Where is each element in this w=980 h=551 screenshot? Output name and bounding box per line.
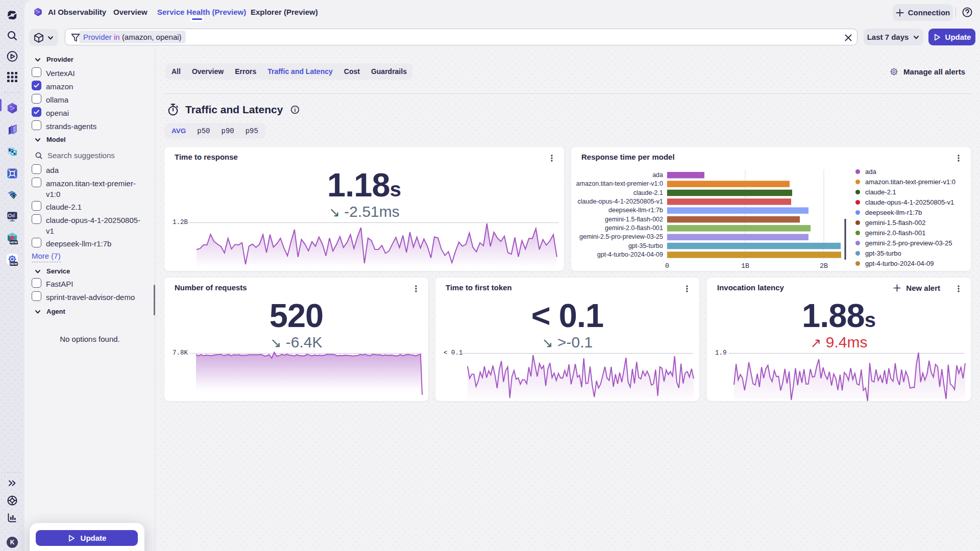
svg-text:NEW: NEW (10, 241, 17, 244)
svg-text:NEW: NEW (10, 262, 17, 265)
